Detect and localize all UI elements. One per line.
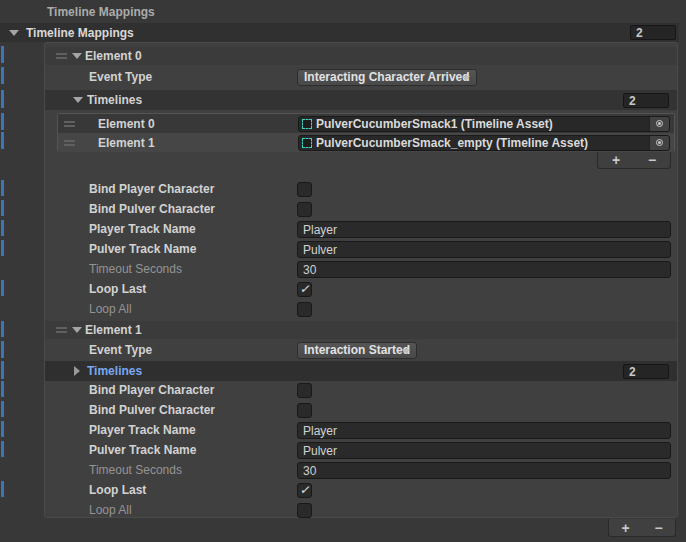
field-row: Loop Last ✓ xyxy=(45,280,677,298)
timelines-label: Timelines xyxy=(87,93,142,107)
timeout-seconds-input[interactable]: 30 xyxy=(297,261,671,278)
timelines-size-field[interactable]: 2 xyxy=(623,364,669,379)
field-row: Timeout Seconds 30 xyxy=(45,260,677,278)
override-indicator-bar xyxy=(1,361,4,379)
event-type-row: Event Type Interacting Character Arrived xyxy=(45,68,677,86)
timelines-header-collapsed[interactable]: Timelines 2 xyxy=(45,361,677,381)
foldout-open-icon[interactable] xyxy=(9,30,19,36)
override-indicator-bar xyxy=(1,441,4,457)
remove-element-button[interactable]: − xyxy=(654,521,662,535)
field-label: Event Type xyxy=(89,343,152,357)
list-body: Element 0 Event Type Interacting Charact… xyxy=(44,42,678,518)
override-indicator-bar xyxy=(1,240,4,256)
timelines-list: Element 0 PulverCucumberSmack1 (Timeline… xyxy=(57,113,675,152)
event-type-dropdown[interactable]: Interacting Character Arrived xyxy=(297,69,477,86)
add-element-button[interactable]: + xyxy=(621,521,629,535)
property-label: Timeline Mappings xyxy=(47,5,155,19)
event-type-dropdown[interactable]: Interaction Started xyxy=(297,342,417,359)
list-title: Timeline Mappings xyxy=(26,26,134,40)
override-indicator-bar xyxy=(1,180,4,196)
player-track-name-input[interactable]: Player xyxy=(297,422,671,439)
foldout-open-icon[interactable] xyxy=(73,97,83,103)
override-indicator-bar xyxy=(1,67,4,84)
field-row: Loop Last ✓ xyxy=(45,481,677,499)
field-row: Player Track Name Player xyxy=(45,421,677,439)
field-label: Player Track Name xyxy=(89,222,196,236)
foldout-open-icon[interactable] xyxy=(72,53,82,59)
override-indicator-bar xyxy=(1,401,4,417)
bind-pulver-character-checkbox[interactable] xyxy=(297,403,312,418)
element-label: Element 0 xyxy=(85,49,142,63)
field-label: Timeout Seconds xyxy=(89,262,182,276)
timeline-asset-field[interactable]: PulverCucumberSmack1 (Timeline Asset) xyxy=(298,116,670,132)
item-label: Element 1 xyxy=(98,136,155,150)
field-label: Pulver Track Name xyxy=(89,242,196,256)
field-label: Loop All xyxy=(89,503,132,517)
override-indicator-bar xyxy=(1,321,4,337)
override-indicator-bar xyxy=(1,280,4,296)
timeline-item-row[interactable]: Element 1 PulverCucumberSmack_empty (Tim… xyxy=(58,133,674,152)
override-indicator-bar xyxy=(1,481,4,497)
object-picker-button[interactable] xyxy=(649,116,669,132)
timeline-mappings-footer: + − xyxy=(608,519,676,537)
override-indicator-bar xyxy=(1,46,4,63)
field-label: Bind Player Character xyxy=(89,182,214,196)
drag-handle-icon[interactable] xyxy=(56,327,67,333)
element-1-header[interactable]: Element 1 xyxy=(45,321,677,339)
timeline-asset-icon xyxy=(302,119,312,129)
bind-pulver-character-checkbox[interactable] xyxy=(297,202,312,217)
timelines-size-field[interactable]: 2 xyxy=(623,93,669,108)
dropdown-value: Interaction Started xyxy=(304,343,410,357)
field-label: Timeout Seconds xyxy=(89,463,182,477)
field-label: Player Track Name xyxy=(89,423,196,437)
chevron-down-icon xyxy=(402,349,410,354)
timelines-list-footer: + − xyxy=(597,152,671,169)
field-row: Loop All xyxy=(45,501,677,519)
element-0-header[interactable]: Element 0 xyxy=(45,47,677,65)
chevron-down-icon xyxy=(462,76,470,81)
pulver-track-name-input[interactable]: Pulver xyxy=(297,442,671,459)
field-label: Pulver Track Name xyxy=(89,443,196,457)
field-label: Loop All xyxy=(89,302,132,316)
timeline-asset-field[interactable]: PulverCucumberSmack_empty (Timeline Asse… xyxy=(298,135,670,151)
loop-all-checkbox[interactable] xyxy=(297,302,312,317)
loop-last-checkbox[interactable]: ✓ xyxy=(297,282,312,297)
override-indicator-bar xyxy=(1,421,4,437)
checkmark-icon: ✓ xyxy=(299,484,309,496)
timelines-header[interactable]: Timelines 2 xyxy=(45,90,677,110)
override-indicator-bar xyxy=(1,341,4,358)
drag-handle-icon[interactable] xyxy=(64,140,75,146)
field-label: Loop Last xyxy=(89,282,146,296)
inspector-panel: Timeline Mappings Timeline Mappings 2 El… xyxy=(0,0,686,542)
bind-player-character-checkbox[interactable] xyxy=(297,383,312,398)
field-label: Loop Last xyxy=(89,483,146,497)
checkmark-icon: ✓ xyxy=(299,283,309,295)
dropdown-value: Interacting Character Arrived xyxy=(304,70,470,84)
override-indicator-bar xyxy=(1,381,4,397)
object-picker-button[interactable] xyxy=(649,135,669,151)
override-indicator-bar xyxy=(1,220,4,236)
pulver-track-name-input[interactable]: Pulver xyxy=(297,241,671,258)
timeline-mappings-header[interactable]: Timeline Mappings xyxy=(0,23,679,42)
field-label: Event Type xyxy=(89,70,152,84)
drag-handle-icon[interactable] xyxy=(56,53,67,59)
item-label: Element 0 xyxy=(98,117,155,131)
loop-last-checkbox[interactable]: ✓ xyxy=(297,483,312,498)
player-track-name-input[interactable]: Player xyxy=(297,221,671,238)
list-size-field[interactable]: 2 xyxy=(630,25,676,40)
field-row: Player Track Name Player xyxy=(45,220,677,238)
bind-player-character-checkbox[interactable] xyxy=(297,182,312,197)
timelines-label: Timelines xyxy=(87,364,142,378)
object-field-value: PulverCucumberSmack1 (Timeline Asset) xyxy=(316,117,649,131)
foldout-closed-icon[interactable] xyxy=(74,366,80,376)
drag-handle-icon[interactable] xyxy=(64,121,75,127)
field-row: Bind Player Character xyxy=(45,180,677,198)
timeline-item-row[interactable]: Element 0 PulverCucumberSmack1 (Timeline… xyxy=(58,114,674,133)
remove-element-button[interactable]: − xyxy=(648,153,656,167)
field-label: Bind Player Character xyxy=(89,383,214,397)
add-element-button[interactable]: + xyxy=(612,153,620,167)
foldout-open-icon[interactable] xyxy=(72,327,82,333)
loop-all-checkbox[interactable] xyxy=(297,503,312,518)
field-row: Pulver Track Name Pulver xyxy=(45,441,677,459)
timeout-seconds-input[interactable]: 30 xyxy=(297,462,671,479)
